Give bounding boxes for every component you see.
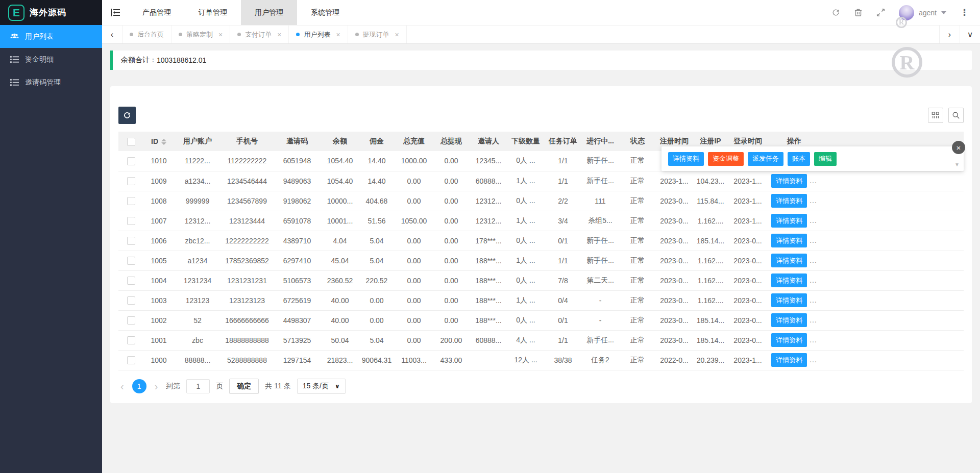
cell-tasks: 1/1 xyxy=(544,251,582,270)
cell-recharge: 1000.00 xyxy=(395,151,433,171)
row-checkbox[interactable] xyxy=(127,356,135,364)
more-actions-icon[interactable]: ... xyxy=(810,356,817,364)
detail-button[interactable]: 详情资料 xyxy=(771,333,807,347)
fullscreen-icon[interactable] xyxy=(876,8,885,17)
refresh-icon[interactable] xyxy=(831,8,840,17)
row-checkbox[interactable] xyxy=(127,257,135,265)
detail-button[interactable]: 详情资料 xyxy=(771,214,807,228)
detail-button[interactable]: 详情资料 xyxy=(771,353,807,367)
tab-close-icon[interactable]: × xyxy=(336,31,340,39)
detail-button[interactable]: 详情资料 xyxy=(771,273,807,287)
detail-button[interactable]: 详情资料 xyxy=(771,194,807,208)
select-all-cell xyxy=(118,132,144,151)
current-page-badge[interactable]: 1 xyxy=(132,379,146,393)
row-checkbox[interactable] xyxy=(127,336,135,344)
confirm-page-button[interactable]: 确定 xyxy=(229,379,259,394)
row-checkbox[interactable] xyxy=(127,237,135,245)
next-page-icon[interactable]: › xyxy=(153,381,160,391)
app-root: E 海外源码 用户列表 资金明细 邀请码管理 产品管理 xyxy=(0,0,980,473)
tab-close-icon[interactable]: × xyxy=(277,31,281,39)
sidebar: E 海外源码 用户列表 资金明细 邀请码管理 xyxy=(0,0,102,473)
row-checkbox[interactable] xyxy=(127,296,135,305)
nav-order-management[interactable]: 订单管理 xyxy=(185,0,241,25)
table-refresh-button[interactable] xyxy=(118,107,136,124)
table-search-button[interactable] xyxy=(948,108,964,123)
table-wrapper: ID 用户账户 手机号 邀请码 余额 佣金 总充值 总提现 邀请人 下级数量 任 xyxy=(118,132,964,370)
row-checkbox[interactable] xyxy=(127,277,135,285)
page-size-select[interactable]: 15 条/页 ∨ xyxy=(297,379,346,394)
tab-withdraw-orders[interactable]: 提现订单 × xyxy=(348,26,407,43)
cell-commission: 14.40 xyxy=(358,171,395,191)
more-actions-icon[interactable]: ... xyxy=(810,216,817,225)
col-account: 用户账户 xyxy=(174,132,222,151)
goto-label: 到第 xyxy=(166,382,180,391)
tab-pay-orders[interactable]: 支付订单 × xyxy=(230,26,289,43)
sort-icon[interactable] xyxy=(161,139,166,145)
cell-commission: 90064.31 xyxy=(358,350,395,370)
detail-button[interactable]: 详情资料 xyxy=(771,234,807,247)
sidebar-item-fund-detail[interactable]: 资金明细 xyxy=(0,48,102,71)
more-actions-icon[interactable]: ... xyxy=(810,236,817,244)
ledger-button[interactable]: 账本 xyxy=(788,152,810,166)
more-actions-icon[interactable]: ... xyxy=(810,336,817,344)
cell-account: a1234 xyxy=(174,251,222,270)
select-all-checkbox[interactable] xyxy=(127,138,135,146)
col-in-progress: 进行中... xyxy=(582,132,619,151)
close-icon[interactable]: × xyxy=(952,141,965,154)
trash-icon[interactable] xyxy=(854,8,863,17)
row-checkbox[interactable] xyxy=(127,177,135,185)
row-checkbox[interactable] xyxy=(127,157,135,165)
goto-page-input[interactable] xyxy=(186,379,210,393)
cell-balance: 45.04 xyxy=(322,251,358,270)
prev-page-icon[interactable]: ‹ xyxy=(118,381,126,391)
total-count-label: 共 11 条 xyxy=(265,382,290,391)
nav-product-management[interactable]: 产品管理 xyxy=(129,0,185,25)
row-checkbox[interactable] xyxy=(127,217,135,225)
kebab-menu-icon[interactable]: ⋮ xyxy=(960,7,969,18)
more-actions-icon[interactable]: ... xyxy=(810,196,817,205)
cell-withdraw: 433.00 xyxy=(433,350,470,370)
nav-user-management[interactable]: 用户管理 xyxy=(241,0,297,25)
row-checkbox[interactable] xyxy=(127,197,135,205)
list-icon xyxy=(10,55,19,64)
edit-button[interactable]: 编辑 xyxy=(814,152,837,166)
cell-status: 正常 xyxy=(619,231,656,251)
dispatch-task-button[interactable]: 派发任务 xyxy=(748,152,783,166)
avatar[interactable] xyxy=(899,5,914,20)
tabs-scroll-left-icon[interactable]: ‹ xyxy=(102,26,122,43)
sidebar-item-invite-code[interactable]: 邀请码管理 xyxy=(0,71,102,94)
fund-adjust-button[interactable]: 资金调整 xyxy=(708,152,744,166)
tab-close-icon[interactable]: × xyxy=(218,31,223,39)
detail-button[interactable]: 详情资料 xyxy=(771,254,807,267)
tabs-scroll-right-icon[interactable]: › xyxy=(939,26,960,43)
cell-status: 正常 xyxy=(619,171,656,191)
row-checkbox[interactable] xyxy=(127,316,135,325)
cell-balance: 10001... xyxy=(322,211,358,231)
nav-system-management[interactable]: 系统管理 xyxy=(297,0,353,25)
more-actions-icon[interactable]: ... xyxy=(810,276,817,284)
detail-button[interactable]: 详情资料 xyxy=(771,293,807,307)
more-actions-icon[interactable]: ... xyxy=(810,296,817,304)
cell-reg_time: 2023-0... xyxy=(656,251,692,270)
more-actions-icon[interactable]: ... xyxy=(810,256,817,264)
tab-strategy[interactable]: 策略定制 × xyxy=(172,26,230,43)
more-actions-icon[interactable]: ... xyxy=(810,316,817,324)
tab-home[interactable]: 后台首页 xyxy=(122,26,172,43)
user-menu[interactable]: agent xyxy=(899,5,946,20)
tabs-menu-icon[interactable]: ∨ xyxy=(960,26,980,43)
filler-cell xyxy=(822,270,964,290)
cell-status: 正常 xyxy=(619,310,656,330)
detail-button[interactable]: 详情资料 xyxy=(771,313,807,327)
more-actions-icon[interactable]: ... xyxy=(810,177,817,185)
columns-filter-button[interactable] xyxy=(928,108,943,123)
menu-collapse-icon[interactable] xyxy=(102,0,129,25)
cell-phone: 16666666666 xyxy=(222,310,273,330)
tab-close-icon[interactable]: × xyxy=(395,31,399,39)
detail-button[interactable]: 详情资料 xyxy=(771,174,807,188)
cell-reg_ip: 1.162.... xyxy=(692,290,729,310)
cell-login_time: 2023-1... xyxy=(729,211,767,231)
sidebar-item-user-list[interactable]: 用户列表 xyxy=(0,25,102,48)
detail-button[interactable]: 详情资料 xyxy=(668,152,704,166)
tab-user-list[interactable]: 用户列表 × xyxy=(289,26,348,43)
cell-reg_time: 2023-0... xyxy=(656,270,692,290)
